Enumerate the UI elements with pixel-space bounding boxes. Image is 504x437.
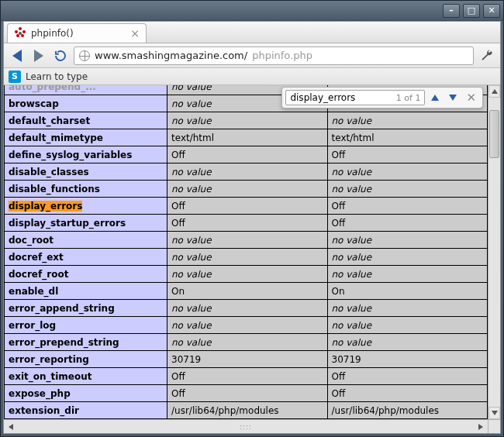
local-value: no value [167,163,328,181]
local-value: no value [167,181,328,198]
master-value: no value [327,232,488,249]
resize-grip-icon: :::: [240,423,252,431]
directive-name: extension_dir [5,402,167,419]
table-row: display_startup_errorsOffOff [5,215,488,232]
master-value: no value [327,163,488,181]
master-value: On [327,283,488,300]
find-input[interactable]: display_errors 1 of 1 [285,90,425,105]
local-value: Off [167,385,328,402]
tab-title: phpinfo() [31,28,74,39]
master-value: Off [327,368,488,385]
close-button[interactable]: ✕ [483,4,500,18]
local-value: Off [167,215,328,232]
directive-name: error_reporting [5,351,167,368]
directive-name: expose_php [5,385,167,402]
directive-name: auto_prepend_... [5,85,167,95]
triangle-up-icon [492,89,498,94]
minimize-button[interactable]: – [443,4,460,18]
local-value: no value [167,300,328,317]
url-host: www.smashingmagazine.com/ [95,50,247,61]
browser-window: – □ ✕ phpinfo() × www.smashingmagazine. [0,0,504,437]
master-value: no value [327,317,488,334]
find-next-button[interactable] [445,90,461,105]
local-value: 30719 [167,351,328,368]
directive-name: disable_classes [5,163,167,181]
find-count: 1 of 1 [396,93,421,103]
tab-strip[interactable]: phpinfo() × [4,22,500,43]
page-content: auto_prepend_... no value browscapno val… [4,85,500,433]
globe-icon [79,50,90,61]
table-row: error_logno valueno value [5,317,488,334]
local-value: no value [167,334,328,351]
tab-close-icon[interactable]: × [130,27,140,40]
php-favicon [14,27,26,40]
table-row: disable_classesno valueno value [5,163,488,181]
master-value: Off [327,385,488,402]
table-row: default_mimetypetext/htmltext/html [5,129,488,146]
directive-name: disable_functions [5,181,167,198]
directive-name: display_errors [5,198,167,215]
table-row: enable_dlOnOn [5,283,488,300]
local-value: no value [167,317,328,334]
directive-name: default_charset [5,112,167,129]
table-row: docref_rootno valueno value [5,266,488,283]
directive-name: docref_root [5,266,167,283]
find-query: display_errors [290,92,395,103]
local-value: /usr/lib64/php/modules [167,402,328,419]
directive-name: error_prepend_string [5,334,167,351]
table-row: define_syslog_variablesOffOff [5,146,488,163]
local-value: no value [167,249,328,266]
directive-name: docref_ext [5,249,167,266]
scroll-thumb[interactable] [489,110,499,158]
directive-name: default_mimetype [5,129,167,146]
local-value: no value [167,112,328,129]
directive-name: doc_root [5,232,167,249]
triangle-right-icon [478,424,483,430]
hscroll-right[interactable] [474,420,488,433]
find-prev-button[interactable] [427,90,443,105]
settings-button[interactable] [478,47,495,64]
hscroll-left[interactable] [4,420,18,433]
bookmark-label[interactable]: Learn to type [26,71,88,82]
table-row: error_prepend_stringno valueno value [5,334,488,351]
directive-name: define_syslog_variables [5,146,167,163]
master-value: text/html [327,129,488,146]
local-value: Off [167,146,328,163]
chevron-down-icon [449,95,457,101]
local-value: Off [167,368,328,385]
bookmarks-bar: S Learn to type [4,68,500,85]
table-row: error_reporting3071930719 [5,351,488,368]
url-path: phpinfo.php [252,50,312,61]
tab-phpinfo[interactable]: phpinfo() × [7,23,147,43]
titlebar[interactable]: – □ ✕ [1,1,503,21]
table-row: error_append_stringno valueno value [5,300,488,317]
scroll-down-button[interactable] [488,407,500,419]
local-value: no value [167,232,328,249]
back-button[interactable] [9,47,26,64]
master-value: /usr/lib64/php/modules [327,402,488,419]
directive-name: exit_on_timeout [5,368,167,385]
master-value: no value [327,181,488,198]
status-bar: :::: [4,419,488,433]
address-bar[interactable]: www.smashingmagazine.com/phpinfo.php [74,46,474,65]
maximize-button[interactable]: □ [463,4,480,18]
scroll-up-button[interactable] [488,85,500,98]
reload-button[interactable] [52,47,69,64]
triangle-left-icon [9,424,13,430]
master-value: no value [327,334,488,351]
directive-name: error_append_string [5,300,167,317]
table-row: display_errorsOffOff [5,198,488,215]
scroll-viewport[interactable]: auto_prepend_... no value browscapno val… [4,85,488,419]
table-row: docref_extno valueno value [5,249,488,266]
master-value: no value [327,266,488,283]
forward-button[interactable] [30,47,47,64]
arrow-right-icon [34,50,43,62]
chevron-up-icon [431,95,439,101]
master-value: no value [327,249,488,266]
find-close-button[interactable]: ✕ [463,91,479,105]
master-value: 30719 [327,351,488,368]
master-value: no value [327,112,488,129]
vertical-scrollbar[interactable] [488,85,500,419]
directive-name: error_log [5,317,167,334]
local-value: text/html [167,129,328,146]
